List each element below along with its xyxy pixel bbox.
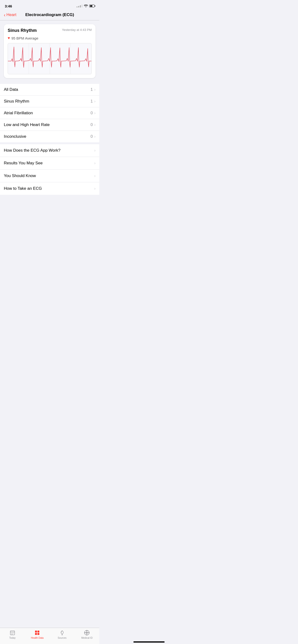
ecg-card-header: Sinus Rhythm Yesterday at 4:43 PM — [8, 28, 92, 33]
list-item-count: 1 — [90, 87, 93, 92]
list-item-low-high-heart-rate[interactable]: Low and High Heart Rate 0 › — [0, 119, 99, 131]
list-item-inconclusive[interactable]: Inconclusive 0 › — [0, 131, 99, 142]
ecg-card-container: Sinus Rhythm Yesterday at 4:43 PM ♥ 95 B… — [0, 20, 99, 82]
list-item-count: 1 — [90, 99, 93, 104]
info-item-you-should-know[interactable]: You Should Know › — [0, 170, 99, 182]
info-item-results[interactable]: Results You May See › — [0, 157, 99, 170]
status-bar: 3:46 — [0, 0, 99, 10]
info-item-label: How Does the ECG App Work? — [4, 148, 60, 153]
section-divider-3 — [0, 195, 99, 197]
chevron-right-icon: › — [94, 99, 95, 104]
ecg-card: Sinus Rhythm Yesterday at 4:43 PM ♥ 95 B… — [4, 24, 95, 78]
chevron-right-icon: › — [94, 111, 95, 115]
list-item-label: All Data — [4, 87, 18, 92]
signal-icon — [77, 4, 83, 8]
list-item-sinus-rhythm[interactable]: Sinus Rhythm 1 › — [0, 96, 99, 107]
back-label: Heart — [7, 12, 17, 17]
list-item-all-data[interactable]: All Data 1 › — [0, 84, 99, 96]
info-item-label: Results You May See — [4, 161, 43, 166]
list-item-right: 0 › — [90, 122, 95, 127]
info-item-how-to-take-ecg[interactable]: How to Take an ECG › — [0, 182, 99, 195]
info-item-label: You Should Know — [4, 174, 36, 178]
ecg-bpm-row: ♥ 95 BPM Average — [8, 36, 92, 40]
chevron-right-icon: › — [94, 161, 95, 165]
info-list-section: How Does the ECG App Work? › Results You… — [0, 144, 99, 195]
chevron-right-icon: › — [94, 134, 95, 139]
back-button[interactable]: ‹ Heart — [4, 12, 16, 17]
battery-icon — [89, 4, 95, 8]
info-item-how-ecg-works[interactable]: How Does the ECG App Work? › — [0, 144, 99, 157]
ecg-bpm-value: 95 BPM Average — [12, 36, 38, 40]
data-list-section: All Data 1 › Sinus Rhythm 1 › Atrial Fib… — [0, 84, 99, 142]
wifi-icon — [84, 4, 88, 8]
section-divider-1 — [0, 82, 99, 84]
list-item-label: Low and High Heart Rate — [4, 122, 50, 127]
list-item-atrial-fib[interactable]: Atrial Fibrillation 0 › — [0, 107, 99, 119]
ecg-timestamp: Yesterday at 4:43 PM — [62, 28, 92, 32]
main-content: Sinus Rhythm Yesterday at 4:43 PM ♥ 95 B… — [0, 20, 99, 218]
section-divider-2 — [0, 142, 99, 144]
nav-bar: ‹ Heart Electrocardiogram (ECG) — [0, 10, 99, 20]
list-item-label: Inconclusive — [4, 134, 26, 139]
status-time: 3:46 — [5, 4, 12, 8]
chevron-right-icon: › — [94, 174, 95, 178]
ecg-waveform — [8, 43, 92, 74]
list-item-count: 0 — [90, 111, 93, 116]
heart-icon: ♥ — [8, 36, 10, 40]
list-item-right: 0 › — [90, 134, 95, 139]
info-item-label: How to Take an ECG — [4, 186, 42, 191]
status-icons — [77, 4, 95, 8]
back-chevron-icon: ‹ — [4, 12, 6, 17]
list-item-right: 0 › — [90, 111, 95, 116]
ecg-rhythm-title: Sinus Rhythm — [8, 28, 37, 33]
chevron-right-icon: › — [94, 186, 95, 191]
list-item-label: Atrial Fibrillation — [4, 111, 33, 116]
list-item-count: 0 — [90, 134, 93, 139]
list-item-right: 1 › — [90, 99, 95, 104]
list-item-right: 1 › — [90, 87, 95, 92]
chevron-right-icon: › — [94, 148, 95, 152]
list-item-count: 0 — [90, 122, 93, 127]
chevron-right-icon: › — [94, 123, 95, 127]
page-title: Electrocardiogram (ECG) — [25, 12, 74, 17]
list-item-label: Sinus Rhythm — [4, 99, 29, 104]
chevron-right-icon: › — [94, 88, 95, 92]
